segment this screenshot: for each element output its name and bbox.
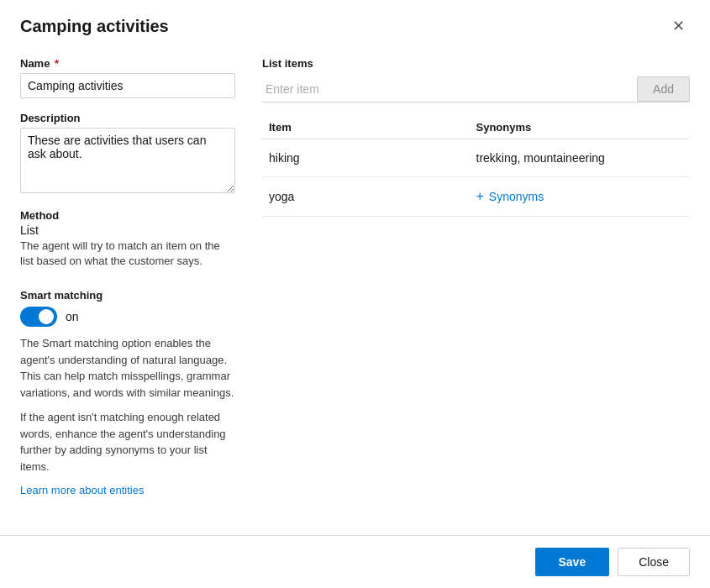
name-input[interactable]	[20, 73, 235, 98]
toggle-label: on	[66, 310, 79, 323]
toggle-track[interactable]	[20, 307, 57, 327]
smart-matching-toggle[interactable]	[20, 307, 57, 327]
description-field-group: Description	[20, 112, 235, 196]
plus-icon: +	[476, 189, 484, 204]
method-description: The agent will try to match an item on t…	[20, 239, 235, 269]
column-header-item: Item	[269, 121, 476, 134]
right-panel: List items Add Item Synonyms hiking trek…	[255, 47, 690, 535]
dialog-header: Camping activities ✕	[0, 0, 710, 47]
add-item-input[interactable]	[262, 77, 630, 102]
add-item-row: Add	[262, 76, 690, 102]
method-value: List	[20, 223, 235, 237]
item-cell-hiking: hiking	[269, 151, 476, 165]
dialog-title: Camping activities	[20, 17, 169, 36]
add-item-button[interactable]: Add	[637, 76, 690, 102]
name-field-group: Name *	[20, 57, 235, 98]
method-section: Method List The agent will try to match …	[20, 209, 235, 269]
name-label: Name *	[20, 57, 235, 70]
learn-more-link[interactable]: Learn more about entities	[20, 484, 144, 496]
dialog-close-button[interactable]: ✕	[667, 15, 690, 37]
add-synonyms-label: Synonyms	[489, 190, 544, 203]
description-input[interactable]	[20, 128, 235, 193]
smart-matching-desc2: If the agent isn't matching enough relat…	[20, 409, 235, 475]
item-cell-yoga: yoga	[269, 190, 476, 203]
smart-matching-section: Smart matching on The Smart matching opt…	[20, 289, 235, 496]
save-button[interactable]: Save	[535, 548, 610, 576]
table-header: Item Synonyms	[262, 116, 690, 139]
left-panel: Name * Description Method List The agent…	[20, 47, 255, 535]
toggle-row: on	[20, 307, 235, 327]
dialog-body: Name * Description Method List The agent…	[0, 47, 710, 535]
required-indicator: *	[51, 57, 59, 70]
dialog: Camping activities ✕ Name * Description …	[0, 0, 710, 588]
method-label: Method	[20, 209, 235, 222]
table-row: yoga + Synonyms	[262, 177, 690, 217]
dialog-footer: Save Close	[0, 535, 710, 588]
close-button[interactable]: Close	[618, 548, 690, 576]
synonyms-cell-hiking: trekking, mountaineering	[476, 151, 684, 165]
table-row: hiking trekking, mountaineering	[262, 139, 690, 177]
smart-matching-label: Smart matching	[20, 289, 235, 302]
description-label: Description	[20, 112, 235, 124]
column-header-synonyms: Synonyms	[476, 121, 684, 134]
list-items-label: List items	[262, 57, 690, 70]
synonyms-cell-yoga[interactable]: + Synonyms	[476, 189, 684, 204]
add-synonyms-button[interactable]: + Synonyms	[476, 189, 684, 204]
smart-matching-desc1: The Smart matching option enables the ag…	[20, 335, 235, 401]
